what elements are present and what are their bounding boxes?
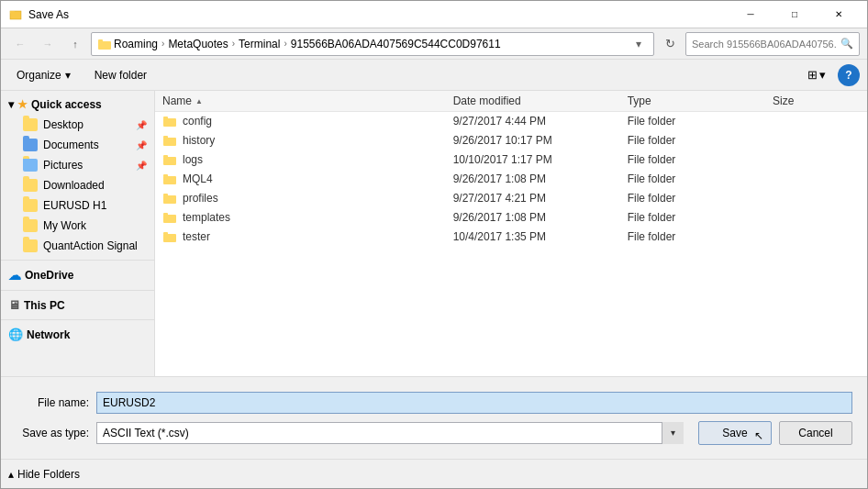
row-name: MQL4	[183, 172, 213, 185]
table-row[interactable]: templates 9/26/2017 1:08 PM File folder	[155, 208, 867, 228]
sidebar-item-eurusd[interactable]: EURUSD H1	[1, 195, 154, 216]
breadcrumb-sep-2: ›	[232, 39, 235, 49]
main-content: ▾ ★ Quick access Desktop 📌 Documents 📌 P…	[1, 91, 867, 376]
quick-access-star-icon: ★	[17, 98, 28, 111]
breadcrumb-terminal[interactable]: Terminal	[239, 38, 280, 50]
maximize-button[interactable]: □	[773, 1, 816, 28]
network-icon: 🌐	[8, 328, 23, 341]
back-icon: ←	[16, 39, 26, 50]
thispc-header[interactable]: 🖥 This PC	[1, 295, 154, 316]
row-type: File folder	[628, 211, 773, 224]
row-name: templates	[183, 211, 230, 224]
pictures-label: Pictures	[43, 159, 83, 172]
quick-access-label: Quick access	[31, 98, 102, 111]
row-name: tester	[183, 230, 210, 243]
eurusd-label: EURUSD H1	[43, 199, 106, 212]
desktop-label: Desktop	[43, 118, 83, 131]
sidebar-item-pictures[interactable]: Pictures 📌	[1, 155, 154, 175]
file-list-body: config 9/27/2017 4:44 PM File folder his…	[155, 112, 867, 376]
downloaded-label: Downloaded	[43, 179, 105, 192]
minimize-button[interactable]: ─	[729, 1, 772, 28]
table-row[interactable]: config 9/27/2017 4:44 PM File folder	[155, 112, 867, 131]
table-row[interactable]: profiles 9/27/2017 4:21 PM File folder	[155, 189, 867, 208]
onedrive-header[interactable]: ☁ OneDrive	[1, 264, 154, 286]
sidebar: ▾ ★ Quick access Desktop 📌 Documents 📌 P…	[1, 91, 155, 376]
help-button[interactable]: ?	[838, 64, 860, 86]
table-row[interactable]: logs 10/10/2017 1:17 PM File folder	[155, 150, 867, 170]
row-folder-icon	[162, 192, 177, 205]
row-type: File folder	[628, 115, 773, 128]
save-as-dialog: Save As ─ □ ✕ ← → ↑ Roaming › MetaQuotes…	[0, 0, 868, 489]
svg-rect-18	[163, 232, 168, 235]
desktop-folder-icon	[23, 118, 38, 131]
sidebar-item-desktop[interactable]: Desktop 📌	[1, 115, 154, 135]
svg-rect-1	[10, 11, 15, 14]
bottom-bar: File name: Save as type: ASCII Text (*.c…	[1, 376, 867, 459]
table-row[interactable]: MQL4 9/26/2017 1:08 PM File folder	[155, 170, 867, 189]
row-type: File folder	[628, 153, 773, 166]
back-button[interactable]: ←	[8, 32, 32, 56]
row-folder-icon	[162, 172, 177, 185]
col-name-header[interactable]: Name ▲	[162, 94, 453, 107]
svg-rect-11	[163, 176, 176, 184]
search-input[interactable]	[692, 39, 837, 50]
breadcrumb-current: 915566BA06ADA407569C544CC0D97611	[291, 38, 501, 50]
organize-button[interactable]: Organize ▾	[8, 64, 79, 86]
view-button[interactable]: ⊞ ▾	[803, 64, 830, 86]
close-button[interactable]: ✕	[818, 1, 860, 28]
svg-rect-14	[163, 194, 168, 196]
forward-button[interactable]: →	[36, 32, 60, 56]
row-type: File folder	[628, 134, 773, 147]
table-row[interactable]: history 9/26/2017 10:17 PM File folder	[155, 131, 867, 150]
sidebar-item-mywork[interactable]: My Work	[1, 216, 154, 236]
saveas-label: Save as type:	[16, 427, 89, 439]
refresh-button[interactable]: ↻	[658, 32, 682, 56]
documents-pin-icon: 📌	[136, 140, 147, 150]
row-name: history	[183, 134, 215, 147]
hide-folders-button[interactable]: ▴ Hide Folders	[8, 468, 80, 481]
row-name: logs	[183, 153, 203, 166]
svg-rect-8	[163, 136, 168, 139]
breadcrumb-roaming[interactable]: Roaming	[114, 38, 158, 50]
sidebar-item-quantaction[interactable]: QuantAction Signal	[1, 236, 154, 256]
up-icon: ↑	[72, 39, 78, 50]
hide-folders-bar: ▴ Hide Folders	[1, 459, 867, 488]
cancel-button[interactable]: Cancel	[779, 421, 852, 445]
organize-label: Organize	[17, 69, 61, 82]
up-button[interactable]: ↑	[63, 32, 87, 56]
saveas-select[interactable]: ASCII Text (*.csv)	[96, 422, 684, 444]
folder-icon	[97, 38, 112, 50]
navigation-toolbar: ← → ↑ Roaming › MetaQuotes › Terminal › …	[1, 28, 867, 60]
col-type-header[interactable]: Type	[628, 94, 773, 107]
breadcrumb-sep-1: ›	[161, 39, 164, 49]
svg-rect-6	[163, 117, 168, 119]
col-date-header[interactable]: Date modified	[453, 94, 628, 107]
row-name: profiles	[183, 192, 218, 205]
network-label: Network	[27, 328, 70, 341]
breadcrumb-dropdown[interactable]: ▾	[629, 32, 648, 56]
cursor-icon: ↖	[754, 429, 763, 442]
row-date: 9/26/2017 1:08 PM	[453, 211, 628, 224]
table-row[interactable]: tester 10/4/2017 1:35 PM File folder	[155, 228, 867, 247]
quantaction-label: QuantAction Signal	[43, 239, 138, 252]
breadcrumb-metaquotes[interactable]: MetaQuotes	[168, 38, 228, 50]
row-date: 9/26/2017 10:17 PM	[453, 134, 628, 147]
svg-rect-10	[163, 155, 168, 158]
new-folder-button[interactable]: New folder	[86, 64, 155, 86]
sidebar-item-downloaded[interactable]: Downloaded	[1, 175, 154, 195]
col-size-header[interactable]: Size	[773, 94, 860, 107]
quick-access-header[interactable]: ▾ ★ Quick access	[1, 94, 154, 115]
svg-rect-7	[163, 138, 176, 146]
row-date: 9/27/2017 4:44 PM	[453, 115, 628, 128]
filename-input[interactable]	[96, 392, 852, 414]
svg-rect-4	[98, 39, 103, 42]
onedrive-icon: ☁	[8, 268, 21, 283]
network-header[interactable]: 🌐 Network	[1, 324, 154, 345]
row-date: 10/4/2017 1:35 PM	[453, 230, 628, 243]
row-name: config	[183, 115, 212, 128]
sidebar-divider-2	[1, 290, 154, 291]
sort-arrow-icon: ▲	[195, 97, 203, 106]
sidebar-item-documents[interactable]: Documents 📌	[1, 135, 154, 155]
save-button[interactable]: Save ↖	[698, 421, 772, 445]
file-list-header: Name ▲ Date modified Type Size	[155, 91, 867, 112]
